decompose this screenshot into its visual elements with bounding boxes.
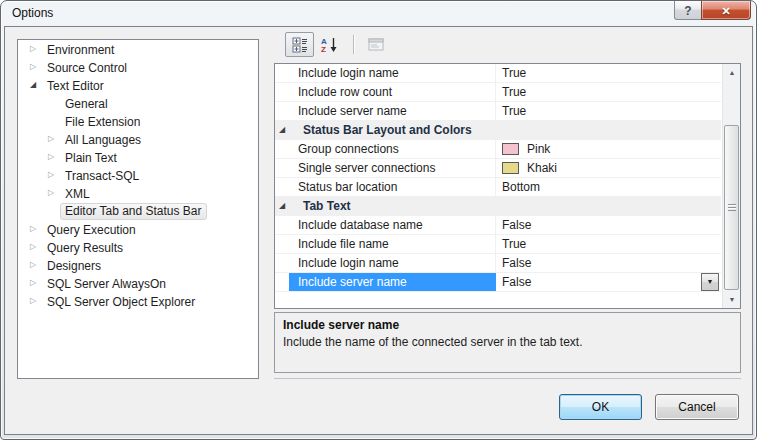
property-name[interactable]: Include row count (289, 83, 496, 101)
tree-item-label: Source Control (42, 58, 132, 78)
chevron-collapsed-icon[interactable]: ▷ (45, 130, 57, 148)
tree-item-file-extension[interactable]: File Extension (18, 112, 258, 130)
chevron-expanded-icon[interactable]: ◢ (27, 76, 39, 94)
tree-item-all-languages[interactable]: ▷All Languages (18, 130, 258, 148)
grid-row-include-file-name[interactable]: Include file nameTrue (275, 235, 721, 254)
grid-row-include-database-name[interactable]: Include database nameFalse (275, 216, 721, 235)
tree-item-xml[interactable]: ▷XML (18, 184, 258, 202)
category-label: Status Bar Layout and Colors (303, 123, 472, 137)
row-gutter (275, 64, 289, 82)
chevron-collapsed-icon[interactable]: ▷ (45, 166, 57, 184)
property-value[interactable]: True (496, 102, 721, 120)
chevron-collapsed-icon[interactable]: ▷ (27, 220, 39, 238)
property-name[interactable]: Include file name (289, 235, 496, 253)
row-gutter (275, 254, 289, 272)
property-value[interactable]: Bottom (496, 178, 721, 196)
tree-item-plain-text[interactable]: ▷Plain Text (18, 148, 258, 166)
property-name[interactable]: Include database name (289, 216, 496, 234)
tree-item-transact-sql[interactable]: ▷Transact-SQL (18, 166, 258, 184)
description-panel: Include server name Include the name of … (274, 312, 741, 373)
category-row-tab-text[interactable]: ◢Tab Text (275, 197, 721, 216)
tree-item-environment[interactable]: ▷Environment (18, 40, 258, 58)
row-gutter (275, 83, 289, 101)
tree-item-query-results[interactable]: ▷Query Results (18, 238, 258, 256)
cancel-button[interactable]: Cancel (655, 394, 739, 420)
property-name[interactable]: Include server name (289, 273, 496, 291)
scroll-up-button[interactable]: ▲ (723, 64, 741, 81)
chevron-collapsed-icon[interactable]: ▷ (27, 292, 39, 310)
color-swatch (502, 162, 519, 174)
help-button[interactable]: ? (674, 1, 702, 20)
row-gutter (275, 178, 289, 196)
chevron-collapsed-icon[interactable]: ▷ (27, 256, 39, 274)
tree-item-text-editor[interactable]: ◢Text Editor (18, 76, 258, 94)
chevron-collapsed-icon[interactable]: ▷ (27, 58, 39, 76)
property-name[interactable]: Group connections (289, 140, 496, 158)
chevron-expanded-icon[interactable]: ◢ (279, 121, 285, 139)
grid-row-include-login-name[interactable]: Include login nameFalse (275, 254, 721, 273)
property-name[interactable]: Include server name (289, 102, 496, 120)
scroll-up-icon: ▲ (729, 69, 736, 76)
svg-text:Z: Z (321, 45, 326, 53)
description-title: Include server name (283, 318, 732, 332)
vertical-scrollbar[interactable]: ▲ ▼ (722, 64, 740, 308)
grid-row-include-row-count[interactable]: Include row countTrue (275, 83, 721, 102)
chevron-collapsed-icon[interactable]: ▷ (27, 274, 39, 292)
property-name[interactable]: Status bar location (289, 178, 496, 196)
titlebar[interactable]: Options ? ✕ (1, 1, 756, 27)
tree-item-source-control[interactable]: ▷Source Control (18, 58, 258, 76)
property-name[interactable]: Include login name (289, 64, 496, 82)
tree-item-label: SQL Server AlwaysOn (42, 274, 171, 294)
scroll-down-button[interactable]: ▼ (723, 291, 741, 308)
ok-button[interactable]: OK (559, 394, 642, 420)
tree-item-sql-server-object-explorer[interactable]: ▷SQL Server Object Explorer (18, 292, 258, 310)
property-value[interactable]: Khaki (496, 159, 721, 177)
dropdown-arrow-icon: ▼ (707, 273, 714, 291)
categorized-button[interactable] (285, 32, 314, 57)
tree-item-sql-server-alwayson[interactable]: ▷SQL Server AlwaysOn (18, 274, 258, 292)
property-value[interactable]: True (496, 83, 721, 101)
grid-row-include-server-name[interactable]: Include server nameFalse▼ (275, 273, 721, 292)
chevron-collapsed-icon[interactable]: ▷ (27, 40, 39, 58)
tree-item-label: File Extension (60, 112, 145, 132)
property-value[interactable]: False▼ (496, 273, 721, 291)
tree-item-query-execution[interactable]: ▷Query Execution (18, 220, 258, 238)
tree-item-designers[interactable]: ▷Designers (18, 256, 258, 274)
grid-row-group-connections[interactable]: Group connectionsPink (275, 140, 721, 159)
chevron-collapsed-icon[interactable]: ▷ (27, 238, 39, 256)
row-gutter (275, 140, 289, 158)
grid-row-status-bar-location[interactable]: Status bar locationBottom (275, 178, 721, 197)
grid-row-single-server-connections[interactable]: Single server connectionsKhaki (275, 159, 721, 178)
tree-item-label: Query Results (42, 238, 128, 258)
chevron-expanded-icon[interactable]: ◢ (279, 197, 285, 215)
property-name[interactable]: Include login name (289, 254, 496, 272)
tree-item-editor-tab-and-status-bar[interactable]: Editor Tab and Status Bar (18, 202, 258, 220)
scrollbar-thumb[interactable] (724, 125, 739, 290)
property-value[interactable]: Pink (496, 140, 721, 158)
category-row-status-bar-layout-and-colors[interactable]: ◢Status Bar Layout and Colors (275, 121, 721, 140)
row-gutter (275, 216, 289, 234)
close-icon: ✕ (721, 5, 730, 17)
property-name[interactable]: Single server connections (289, 159, 496, 177)
property-value[interactable]: True (496, 64, 721, 82)
property-value-text: False (502, 216, 531, 234)
tree-item-label: Query Execution (42, 220, 141, 240)
chevron-collapsed-icon[interactable]: ▷ (45, 184, 57, 202)
property-value-text: True (502, 102, 526, 120)
property-value[interactable]: False (496, 254, 721, 272)
grid-row-include-login-name[interactable]: Include login nameTrue (275, 64, 721, 83)
tree-item-general[interactable]: General (18, 94, 258, 112)
property-value[interactable]: True (496, 235, 721, 253)
property-value[interactable]: False (496, 216, 721, 234)
toolbar-separator (353, 35, 354, 54)
tree-item-label: Plain Text (60, 148, 122, 168)
close-button[interactable]: ✕ (701, 1, 751, 20)
chevron-collapsed-icon[interactable]: ▷ (45, 148, 57, 166)
tree-item-label: Editor Tab and Status Bar (60, 203, 207, 220)
grid-row-include-server-name[interactable]: Include server nameTrue (275, 102, 721, 121)
property-value-text: True (502, 235, 526, 253)
value-dropdown-button[interactable]: ▼ (701, 273, 719, 291)
row-gutter (275, 235, 289, 253)
alphabetical-sort-button[interactable]: A Z (315, 32, 344, 57)
separator-line (274, 378, 741, 379)
